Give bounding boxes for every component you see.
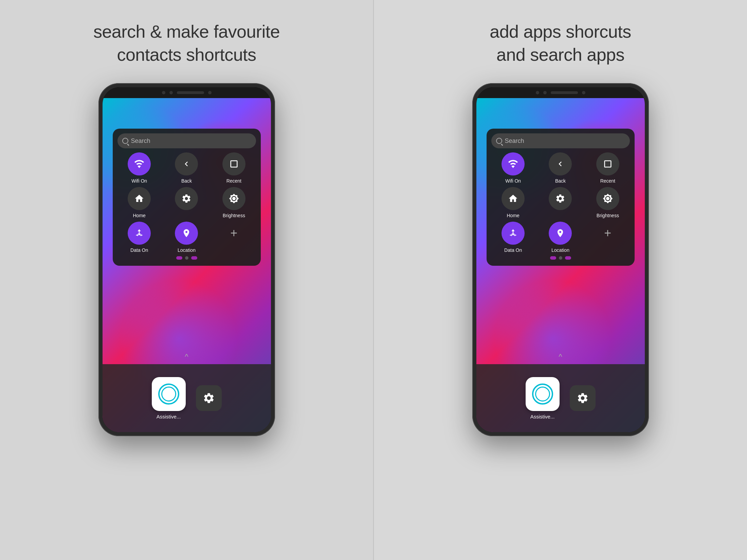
back-icon xyxy=(182,159,191,169)
speaker-bar-right xyxy=(551,91,578,94)
recent-label-r: Recent xyxy=(600,178,615,184)
phone-right: Search Wifi On xyxy=(472,83,649,436)
cortana-circle-right xyxy=(532,384,553,405)
brightness-btn-r[interactable] xyxy=(596,187,619,210)
cortana-circle-left xyxy=(158,384,179,405)
left-title-line2: contacts shortcuts xyxy=(117,45,256,64)
camera-dot1-r xyxy=(536,91,539,94)
camera-dot2 xyxy=(169,91,173,94)
chevron-up-right: ^ xyxy=(559,352,562,361)
location-label: Location xyxy=(178,247,196,253)
wifi-btn[interactable] xyxy=(128,152,151,175)
assistive-icon-large-left[interactable] xyxy=(152,377,186,411)
back-btn[interactable] xyxy=(175,152,198,175)
location-btn[interactable] xyxy=(175,222,198,245)
data-icon-r xyxy=(508,228,518,238)
left-title-line1: search & make favourite xyxy=(93,22,280,41)
grid-item-brightness[interactable]: Brightness xyxy=(212,187,256,218)
wallpaper-left: Search Wifi On xyxy=(103,98,271,432)
grid-item-home-r[interactable]: Home xyxy=(491,187,535,218)
grid-item-settings[interactable] xyxy=(165,187,208,218)
camera-dot3 xyxy=(208,91,212,94)
grid-right: Wifi On Back Recent xyxy=(491,152,630,253)
assistive-label-right: Assistive... xyxy=(530,414,555,419)
control-panel-left: Search Wifi On xyxy=(113,129,261,266)
search-text-left: Search xyxy=(131,137,150,145)
grid-item-home[interactable]: Home xyxy=(117,187,161,218)
phone-screen-right: Search Wifi On xyxy=(476,87,645,432)
cortana-inner-left xyxy=(161,387,176,402)
plus-icon: + xyxy=(230,227,237,239)
data-icon xyxy=(134,228,144,238)
grid-item-add[interactable]: + xyxy=(212,222,256,253)
location-label-r: Location xyxy=(551,247,569,253)
settings-btn-r[interactable] xyxy=(549,187,572,210)
grid-item-data-r[interactable]: Data On xyxy=(491,222,535,253)
right-title-line2: and search apps xyxy=(496,45,624,64)
cortana-inner-right xyxy=(535,387,550,402)
location-btn-r[interactable] xyxy=(549,222,572,245)
home-btn[interactable] xyxy=(128,187,151,210)
add-btn[interactable]: + xyxy=(222,222,245,245)
search-text-right: Search xyxy=(505,137,524,145)
dot1 xyxy=(176,256,182,260)
recent-label: Recent xyxy=(226,178,241,184)
grid-item-location-r[interactable]: Location xyxy=(539,222,582,253)
search-bar-left[interactable]: Search xyxy=(117,133,256,148)
grid-item-wifi-r[interactable]: Wifi On xyxy=(491,152,535,184)
control-panel-right: Search Wifi On xyxy=(487,129,635,266)
brightness-icon xyxy=(229,193,239,204)
brightness-btn[interactable] xyxy=(222,187,245,210)
back-icon-r xyxy=(555,159,565,169)
home-icon-r xyxy=(508,193,518,204)
data-btn[interactable] xyxy=(128,222,151,245)
camera-dot1 xyxy=(162,91,165,94)
settings-app-right[interactable] xyxy=(570,385,596,411)
dot2 xyxy=(185,256,188,260)
settings-btn[interactable] xyxy=(175,187,198,210)
settings-icon xyxy=(181,193,192,204)
camera-dot2-r xyxy=(543,91,547,94)
top-bar-right xyxy=(476,87,645,98)
dots-indicator-right xyxy=(491,256,630,261)
settings-app-left[interactable] xyxy=(196,385,222,411)
grid-item-recent[interactable]: Recent xyxy=(212,152,256,184)
settings-icon-r xyxy=(555,193,565,204)
data-label: Data On xyxy=(130,247,148,253)
brightness-label: Brightness xyxy=(223,213,245,218)
home-label-r: Home xyxy=(507,213,519,218)
grid-item-settings-r[interactable] xyxy=(539,187,582,218)
search-bar-right[interactable]: Search xyxy=(491,133,630,148)
wallpaper-right: Search Wifi On xyxy=(476,98,645,432)
recent-btn-r[interactable] xyxy=(596,152,619,175)
brightness-label-r: Brightness xyxy=(597,213,619,218)
back-label-r: Back xyxy=(555,178,566,184)
data-btn-r[interactable] xyxy=(502,222,525,245)
data-label-r: Data On xyxy=(504,247,522,253)
home-label: Home xyxy=(133,213,145,218)
grid-item-recent-r[interactable]: Recent xyxy=(586,152,630,184)
right-panel: add apps shorcuts and search apps xyxy=(374,0,747,560)
dot3 xyxy=(191,256,197,260)
assistive-app-right: Assistive... xyxy=(526,377,560,419)
wifi-icon-r xyxy=(508,158,518,169)
home-btn-r[interactable] xyxy=(502,187,525,210)
grid-item-brightness-r[interactable]: Brightness xyxy=(586,187,630,218)
left-panel: search & make favourite contacts shortcu… xyxy=(0,0,373,560)
dot3-r xyxy=(565,256,571,260)
wifi-btn-r[interactable] xyxy=(502,152,525,175)
grid-item-location[interactable]: Location xyxy=(165,222,208,253)
grid-item-wifi[interactable]: Wifi On xyxy=(117,152,161,184)
assistive-icon-large-right[interactable] xyxy=(526,377,560,411)
plus-icon-r: + xyxy=(604,227,611,239)
back-btn-r[interactable] xyxy=(549,152,572,175)
grid-item-data[interactable]: Data On xyxy=(117,222,161,253)
brightness-icon-r xyxy=(603,193,613,204)
grid-item-add-r[interactable]: + xyxy=(586,222,630,253)
grid-item-back[interactable]: Back xyxy=(165,152,208,184)
add-btn-r[interactable]: + xyxy=(596,222,619,245)
phone-bottom-left: ^ Assistive... xyxy=(103,364,271,432)
recent-btn[interactable] xyxy=(222,152,245,175)
assistive-label-left: Assistive... xyxy=(157,414,181,419)
grid-item-back-r[interactable]: Back xyxy=(539,152,582,184)
